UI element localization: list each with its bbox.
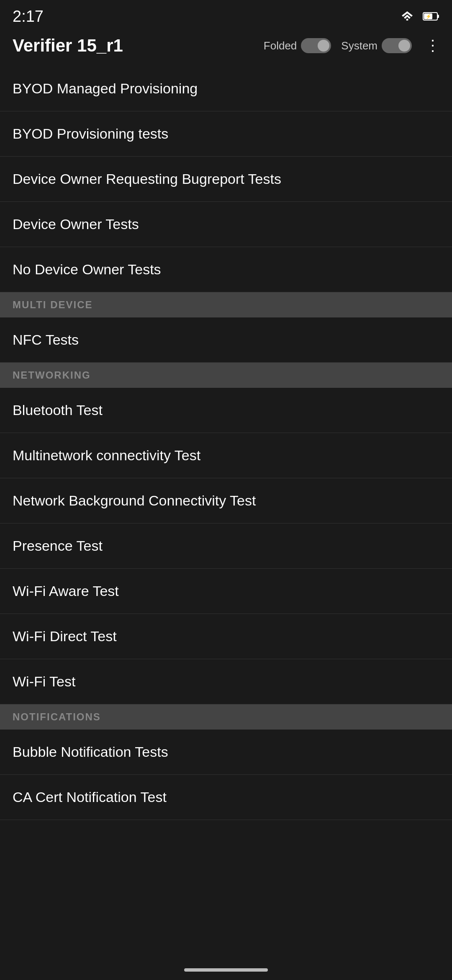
battery-icon: ⚡ (423, 12, 439, 21)
list-item[interactable]: CA Cert Notification Test (0, 775, 452, 820)
list-item[interactable]: NFC Tests (0, 317, 452, 363)
system-label: System (341, 39, 378, 52)
svg-text:⚡: ⚡ (426, 13, 431, 19)
status-time: 2:17 (13, 8, 44, 26)
wifi-icon (401, 10, 413, 23)
toolbar-controls: Folded System ⋮ (264, 34, 444, 58)
list-item-text: Bubble Notification Tests (13, 744, 168, 760)
folded-toggle-group: Folded (264, 38, 331, 53)
list-item-text: BYOD Managed Provisioning (13, 80, 198, 97)
list-item-text: BYOD Provisioning tests (13, 126, 168, 142)
svg-marker-1 (404, 15, 411, 19)
system-toggle-group: System (341, 38, 412, 53)
list-item-text: Multinetwork connectivity Test (13, 447, 200, 464)
status-icons: ⚡ (401, 10, 439, 23)
list-item[interactable]: Device Owner Requesting Bugreport Tests (0, 157, 452, 202)
list-item-text: Bluetooth Test (13, 402, 103, 418)
list-item[interactable]: Wi-Fi Direct Test (0, 614, 452, 659)
list-item[interactable]: Wi-Fi Aware Test (0, 569, 452, 614)
list-item[interactable]: BYOD Provisioning tests (0, 111, 452, 157)
list-item-text: No Device Owner Tests (13, 261, 161, 278)
list-item-text: CA Cert Notification Test (13, 789, 167, 805)
list-item[interactable]: Bubble Notification Tests (0, 730, 452, 775)
list-item[interactable]: Network Background Connectivity Test (0, 478, 452, 524)
section-header-notifications: NOTIFICATIONS (0, 704, 452, 730)
status-bar: 2:17 ⚡ (0, 0, 452, 29)
list-item[interactable]: No Device Owner Tests (0, 247, 452, 292)
list-item-text: Wi-Fi Test (13, 673, 75, 690)
section-header-multi-device: MULTI DEVICE (0, 292, 452, 317)
app-title: Verifier 15_r1 (13, 36, 255, 56)
system-toggle-knob (398, 40, 410, 52)
list-container: BYOD Managed ProvisioningBYOD Provisioni… (0, 66, 452, 820)
section-header-text: NETWORKING (13, 369, 91, 381)
list-item-text: Wi-Fi Direct Test (13, 628, 117, 645)
list-item[interactable]: BYOD Managed Provisioning (0, 66, 452, 111)
section-header-text: MULTI DEVICE (13, 299, 93, 311)
section-header-networking: NETWORKING (0, 363, 452, 388)
more-button[interactable]: ⋮ (422, 34, 444, 58)
folded-toggle[interactable] (301, 38, 331, 53)
list-item-text: Device Owner Requesting Bugreport Tests (13, 171, 281, 187)
list-item[interactable]: Presence Test (0, 524, 452, 569)
list-item[interactable]: Multinetwork connectivity Test (0, 433, 452, 478)
folded-label: Folded (264, 39, 297, 52)
system-toggle[interactable] (382, 38, 412, 53)
list-item-text: Wi-Fi Aware Test (13, 583, 119, 599)
list-item[interactable]: Device Owner Tests (0, 202, 452, 247)
toolbar: Verifier 15_r1 Folded System ⋮ (0, 29, 452, 66)
svg-rect-4 (437, 15, 439, 18)
home-indicator (184, 968, 268, 972)
section-header-text: NOTIFICATIONS (13, 711, 101, 723)
list-item[interactable]: Wi-Fi Test (0, 659, 452, 704)
list-item-text: Presence Test (13, 538, 103, 554)
folded-toggle-knob (318, 40, 329, 52)
list-item-text: Network Background Connectivity Test (13, 493, 256, 509)
list-item[interactable]: Bluetooth Test (0, 388, 452, 433)
svg-point-2 (406, 18, 408, 21)
list-item-text: Device Owner Tests (13, 216, 139, 232)
list-item-text: NFC Tests (13, 332, 79, 348)
